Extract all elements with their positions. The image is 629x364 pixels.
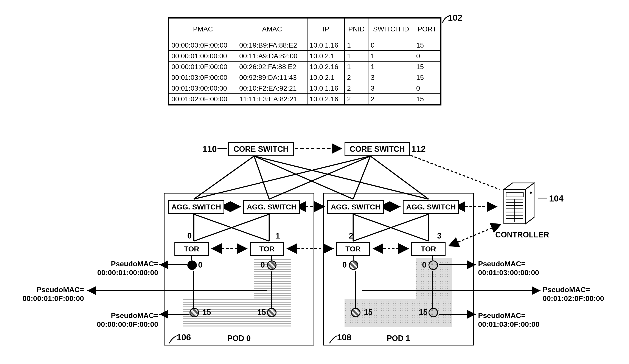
tor-3: TOR <box>411 242 446 256</box>
pmac-label-l3: PseudoMAC=00:00:00:0F:00:00 <box>85 311 158 329</box>
ref-112: 112 <box>411 144 426 154</box>
port-0: 0 <box>261 260 265 269</box>
host-circle <box>267 308 277 317</box>
port-0: 0 <box>342 260 347 269</box>
svg-rect-1 <box>506 193 523 197</box>
port-0: 0 <box>422 260 426 269</box>
ref-104: 104 <box>549 194 564 203</box>
table-row: 00:01:03:00:00:0000:10:F2:EA:92:2110.0.1… <box>169 83 440 94</box>
table-row: 00:00:01:0F:00:0000:26:92:FA:88:E210.0.2… <box>169 61 440 72</box>
port-15: 15 <box>364 308 373 317</box>
svg-line-26 <box>398 151 500 189</box>
tor-num-0: 0 <box>187 232 192 241</box>
controller-label: CONTROLLER <box>495 230 549 239</box>
pod-0-label: POD 0 <box>227 334 251 343</box>
tor-0: TOR <box>174 242 209 256</box>
th-pmac: PMAC <box>169 18 237 40</box>
th-ip: IP <box>307 18 345 40</box>
th-pnid: PNID <box>344 18 368 40</box>
ref-108: 108 <box>337 333 351 342</box>
host-circle <box>187 260 197 270</box>
tor-1: TOR <box>250 242 284 256</box>
tor-num-3: 3 <box>437 232 442 241</box>
tor-num-2: 2 <box>349 232 353 241</box>
pmac-label-l1: PseudoMAC=00:00:01:00:00:00 <box>85 259 158 277</box>
core-switch-right: CORE SWITCH <box>344 142 410 156</box>
svg-rect-0 <box>504 189 525 224</box>
host-circle <box>189 308 199 317</box>
th-amac: AMAC <box>237 18 307 40</box>
pmac-label-r1: PseudoMAC=00:01:03:00:00:00 <box>478 259 539 277</box>
tor-2: TOR <box>336 242 370 256</box>
agg-switch-1: AGG. SWITCH <box>243 200 300 214</box>
th-switchid: SWITCH ID <box>368 18 414 40</box>
table-row: 00:00:00:0F:00:0000:19:B9:FA:88:E210.0.1… <box>169 40 440 51</box>
host-circle <box>429 260 438 270</box>
ref-106: 106 <box>176 333 191 342</box>
agg-switch-0: AGG. SWITCH <box>168 200 224 214</box>
mapping-table: PMAC AMAC IP PNID SWITCH ID PORT 00:00:0… <box>168 17 442 106</box>
pmac-label-r3: PseudoMAC=00:01:03:0F:00:00 <box>478 311 539 329</box>
ref-102: 102 <box>448 13 462 23</box>
pmac-label-r2: PseudoMAC=00:01:02:0F:00:00 <box>543 285 604 303</box>
port-15: 15 <box>202 308 211 317</box>
svg-point-10 <box>530 192 532 194</box>
table-row: 00:01:03:0F:00:0000:92:89:DA:11:4310.0.2… <box>169 72 440 83</box>
table-row: 00:01:02:0F:00:0011:11:E3:EA:82:2110.0.2… <box>169 94 440 104</box>
port-15: 15 <box>257 308 266 317</box>
host-circle <box>349 260 358 270</box>
agg-switch-2: AGG. SWITCH <box>327 200 384 214</box>
core-switch-left: CORE SWITCH <box>228 142 294 156</box>
host-circle <box>429 308 438 317</box>
agg-switch-3: AGG. SWITCH <box>403 200 459 214</box>
pod-1-label: POD 1 <box>387 334 410 343</box>
tor-num-1: 1 <box>276 232 280 241</box>
table-row: 00:00:01:00:00:0000:11:A9:DA:82:0010.0.2… <box>169 51 440 61</box>
pmac-label-l2: PseudoMAC=00:00:01:0F:00:00 <box>11 285 84 303</box>
port-15: 15 <box>419 308 427 317</box>
host-circle <box>267 260 277 270</box>
ref-110: 110 <box>202 144 217 154</box>
host-circle <box>351 308 360 317</box>
port-0: 0 <box>198 260 202 269</box>
th-port: PORT <box>414 18 440 40</box>
